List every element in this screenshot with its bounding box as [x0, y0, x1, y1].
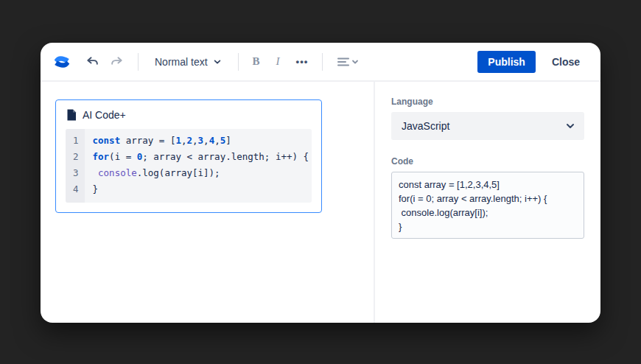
italic-icon: I	[276, 55, 280, 68]
page-editor-pane[interactable]: AI Code+ 1234 const array = [1,2,3,4,5]f…	[41, 82, 374, 323]
code-label: Code	[391, 156, 584, 167]
code-line: console.log(array[i]);	[93, 165, 309, 181]
code-gutter: 1234	[66, 129, 85, 203]
language-label: Language	[391, 97, 584, 107]
line-number: 3	[73, 165, 79, 181]
italic-button[interactable]: I	[271, 52, 285, 71]
ai-code-macro-panel[interactable]: AI Code+ 1234 const array = [1,2,3,4,5]f…	[55, 99, 322, 213]
chevron-down-icon	[565, 121, 575, 131]
macro-header: AI Code+	[66, 109, 311, 121]
code-line: for(i = 0; array < array.length; i++) {	[93, 149, 309, 165]
undo-icon	[85, 55, 99, 69]
redo-icon	[110, 55, 124, 69]
editor-toolbar: Normal text B I ••• Publish Close	[41, 43, 600, 82]
editor-content: AI Code+ 1234 const array = [1,2,3,4,5]f…	[41, 82, 600, 323]
more-formatting-button[interactable]: •••	[291, 52, 314, 71]
language-select[interactable]: JavaScript	[391, 112, 584, 140]
macro-config-sidebar: Language JavaScript Code const array = […	[374, 82, 600, 323]
close-button[interactable]: Close	[547, 51, 584, 73]
toolbar-divider	[322, 53, 323, 71]
bold-button[interactable]: B	[248, 52, 265, 71]
align-left-icon	[337, 56, 359, 68]
toolbar-divider	[238, 53, 239, 71]
chevron-down-icon	[213, 57, 222, 66]
code-input[interactable]: const array = [1,2,3,4,5] for(i = 0; arr…	[391, 172, 584, 239]
editor-window: Normal text B I ••• Publish Close	[41, 43, 600, 323]
line-number: 2	[73, 149, 79, 165]
more-icon: •••	[296, 56, 309, 67]
code-block: 1234 const array = [1,2,3,4,5]for(i = 0;…	[66, 129, 312, 203]
text-style-dropdown[interactable]: Normal text	[147, 52, 229, 72]
line-number: 4	[73, 181, 79, 197]
document-icon	[66, 109, 77, 121]
alignment-dropdown[interactable]	[332, 52, 364, 71]
bold-icon: B	[253, 55, 260, 68]
line-number: 1	[73, 133, 79, 149]
language-value: JavaScript	[402, 120, 565, 132]
redo-button[interactable]	[105, 51, 129, 72]
undo-button[interactable]	[80, 51, 105, 72]
code-line: const array = [1,2,3,4,5]	[93, 133, 309, 149]
text-style-value: Normal text	[155, 56, 208, 68]
confluence-logo-icon	[52, 52, 71, 71]
toolbar-divider	[138, 53, 139, 71]
macro-title: AI Code+	[83, 109, 126, 121]
code-line: }	[93, 181, 309, 197]
publish-button[interactable]: Publish	[477, 51, 536, 73]
macro-code-lines: const array = [1,2,3,4,5]for(i = 0; arra…	[85, 129, 312, 203]
